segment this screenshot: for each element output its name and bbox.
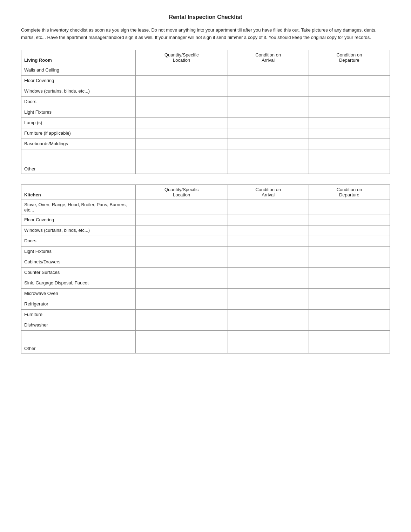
table-row: Floor Covering xyxy=(21,75,390,86)
qty-cell[interactable] xyxy=(135,236,228,246)
item-cell: Cabinets/Drawers xyxy=(21,257,136,267)
item-cell: Lamp (s) xyxy=(21,117,136,128)
table-row: Other xyxy=(21,149,390,174)
qty-cell[interactable] xyxy=(135,200,228,215)
qty-cell[interactable] xyxy=(135,267,228,278)
table-row: Windows (curtains, blinds, etc...) xyxy=(21,86,390,96)
qty-cell[interactable] xyxy=(135,215,228,225)
arrival-cell[interactable] xyxy=(228,246,309,257)
arrival-cell[interactable] xyxy=(228,330,309,353)
departure-cell[interactable] xyxy=(309,236,390,246)
departure-cell[interactable] xyxy=(309,86,390,96)
qty-cell[interactable] xyxy=(135,278,228,288)
departure-cell[interactable] xyxy=(309,200,390,215)
qty-cell[interactable] xyxy=(135,139,228,149)
arrival-cell[interactable] xyxy=(228,107,309,117)
qty-cell[interactable] xyxy=(135,107,228,117)
arrival-cell[interactable] xyxy=(228,309,309,320)
arrival-cell[interactable] xyxy=(228,139,309,149)
departure-cell[interactable] xyxy=(309,75,390,86)
qty-cell[interactable] xyxy=(135,288,228,299)
table-row: Refrigerator xyxy=(21,299,390,309)
qty-cell[interactable] xyxy=(135,257,228,267)
departure-cell[interactable] xyxy=(309,65,390,75)
qty-cell[interactable] xyxy=(135,299,228,309)
qty-cell[interactable] xyxy=(135,246,228,257)
departure-cell[interactable] xyxy=(309,128,390,139)
arrival-cell[interactable] xyxy=(228,278,309,288)
departure-cell[interactable] xyxy=(309,288,390,299)
arrival-cell[interactable] xyxy=(228,225,309,236)
item-cell: Other xyxy=(21,330,136,353)
table-row: Doors xyxy=(21,96,390,107)
arrival-cell[interactable] xyxy=(228,65,309,75)
arrival-cell[interactable] xyxy=(228,320,309,330)
item-cell: Microwave Oven xyxy=(21,288,136,299)
item-cell: Other xyxy=(21,149,136,174)
qty-cell[interactable] xyxy=(135,117,228,128)
departure-cell[interactable] xyxy=(309,107,390,117)
item-cell: Sink, Gargage Disposal, Faucet xyxy=(21,278,136,288)
arrival-cell[interactable] xyxy=(228,86,309,96)
item-cell: Counter Surfaces xyxy=(21,267,136,278)
table-row: Dishwasher xyxy=(21,320,390,330)
arrival-cell[interactable] xyxy=(228,267,309,278)
departure-cell[interactable] xyxy=(309,299,390,309)
item-cell: Light Fixtures xyxy=(21,246,136,257)
table-row: Sink, Gargage Disposal, Faucet xyxy=(21,278,390,288)
living-room-header-qty: Quantity/SpecificLocation xyxy=(135,50,228,65)
departure-cell[interactable] xyxy=(309,278,390,288)
item-cell: Light Fixtures xyxy=(21,107,136,117)
departure-cell[interactable] xyxy=(309,215,390,225)
departure-cell[interactable] xyxy=(309,320,390,330)
departure-cell[interactable] xyxy=(309,267,390,278)
qty-cell[interactable] xyxy=(135,86,228,96)
table-row: Lamp (s) xyxy=(21,117,390,128)
qty-cell[interactable] xyxy=(135,320,228,330)
table-row: Microwave Oven xyxy=(21,288,390,299)
qty-cell[interactable] xyxy=(135,309,228,320)
table-row: Doors xyxy=(21,236,390,246)
departure-cell[interactable] xyxy=(309,225,390,236)
table-row: Cabinets/Drawers xyxy=(21,257,390,267)
item-cell: Floor Covering xyxy=(21,215,136,225)
qty-cell[interactable] xyxy=(135,96,228,107)
departure-cell[interactable] xyxy=(309,330,390,353)
departure-cell[interactable] xyxy=(309,309,390,320)
departure-cell[interactable] xyxy=(309,96,390,107)
table-row: Other xyxy=(21,330,390,353)
qty-cell[interactable] xyxy=(135,330,228,353)
departure-cell[interactable] xyxy=(309,149,390,174)
departure-cell[interactable] xyxy=(309,139,390,149)
table-row: Baseboards/Moldings xyxy=(21,139,390,149)
kitchen-section: Kitchen Quantity/SpecificLocation Condit… xyxy=(21,184,390,353)
arrival-cell[interactable] xyxy=(228,117,309,128)
arrival-cell[interactable] xyxy=(228,149,309,174)
departure-cell[interactable] xyxy=(309,117,390,128)
qty-cell[interactable] xyxy=(135,225,228,236)
item-cell: Furniture (if applicable) xyxy=(21,128,136,139)
arrival-cell[interactable] xyxy=(228,288,309,299)
qty-cell[interactable] xyxy=(135,75,228,86)
arrival-cell[interactable] xyxy=(228,75,309,86)
arrival-cell[interactable] xyxy=(228,128,309,139)
kitchen-table: Kitchen Quantity/SpecificLocation Condit… xyxy=(21,184,390,353)
item-cell: Walls and Ceiling xyxy=(21,65,136,75)
departure-cell[interactable] xyxy=(309,257,390,267)
departure-cell[interactable] xyxy=(309,246,390,257)
item-cell: Refrigerator xyxy=(21,299,136,309)
qty-cell[interactable] xyxy=(135,65,228,75)
qty-cell[interactable] xyxy=(135,128,228,139)
arrival-cell[interactable] xyxy=(228,257,309,267)
item-cell: Stove, Oven, Range, Hood, Broiler, Pans,… xyxy=(21,200,136,215)
kitchen-header-departure: Condition onDeparture xyxy=(309,184,390,200)
arrival-cell[interactable] xyxy=(228,96,309,107)
living-room-header-departure: Condition onDeparture xyxy=(309,50,390,65)
arrival-cell[interactable] xyxy=(228,236,309,246)
arrival-cell[interactable] xyxy=(228,215,309,225)
qty-cell[interactable] xyxy=(135,149,228,174)
living-room-header-item: Living Room xyxy=(21,50,136,65)
arrival-cell[interactable] xyxy=(228,299,309,309)
arrival-cell[interactable] xyxy=(228,200,309,215)
kitchen-header-arrival: Condition onArrival xyxy=(228,184,309,200)
